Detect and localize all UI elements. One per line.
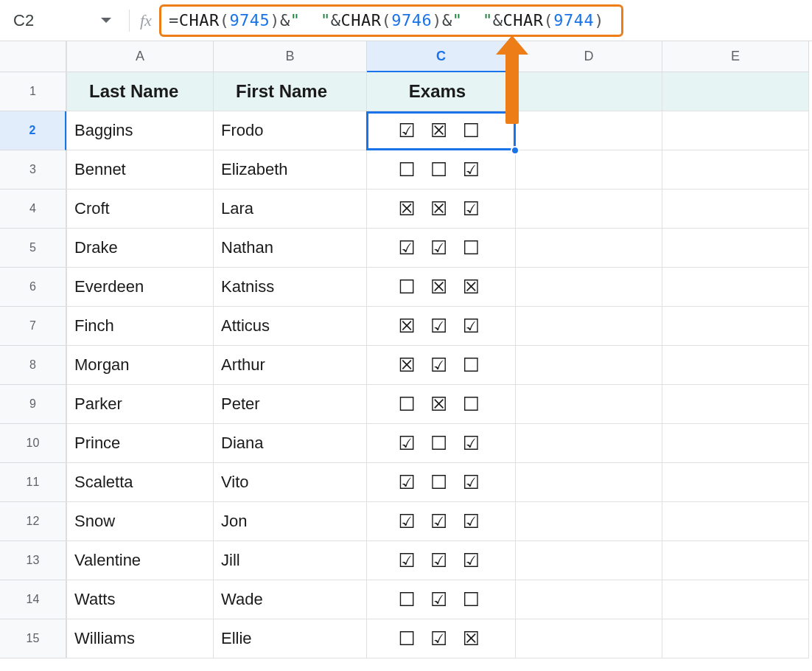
cell-b15[interactable]: Ellie	[214, 619, 367, 658]
header-exams[interactable]: Exams	[367, 72, 516, 111]
cell-c15[interactable]: ☐ ☑ ☒	[367, 619, 516, 658]
cell-a4[interactable]: Croft	[66, 190, 214, 229]
row-head-3[interactable]: 3	[0, 150, 66, 190]
cell-c7[interactable]: ☒ ☑ ☑	[367, 307, 516, 346]
row-head-15[interactable]: 15	[0, 619, 66, 658]
cell-c13[interactable]: ☑ ☑ ☑	[367, 541, 516, 580]
cell-d5[interactable]	[516, 229, 662, 268]
cell-c6[interactable]: ☐ ☒ ☒	[367, 268, 516, 307]
cell-e7[interactable]	[662, 307, 809, 346]
cell-d10[interactable]	[516, 424, 662, 463]
row-head-1[interactable]: 1	[0, 72, 66, 111]
cell-e5[interactable]	[662, 229, 809, 268]
row-head-2[interactable]: 2	[0, 111, 66, 150]
cell-b12[interactable]: Jon	[214, 502, 367, 541]
cell-a3[interactable]: Bennet	[66, 150, 214, 190]
row-head-5[interactable]: 5	[0, 229, 66, 268]
cell-a12[interactable]: Snow	[66, 502, 214, 541]
cell-a8[interactable]: Morgan	[66, 346, 214, 385]
cell-d1[interactable]	[516, 72, 662, 111]
cell-e13[interactable]	[662, 541, 809, 580]
cell-d14[interactable]	[516, 580, 662, 619]
cell-a9[interactable]: Parker	[66, 385, 214, 424]
cell-c5[interactable]: ☑ ☑ ☐	[367, 229, 516, 268]
cell-a6[interactable]: Everdeen	[66, 268, 214, 307]
cell-c11[interactable]: ☑ ☐ ☑	[367, 463, 516, 502]
row-head-13[interactable]: 13	[0, 541, 66, 580]
cell-d8[interactable]	[516, 346, 662, 385]
row-head-10[interactable]: 10	[0, 424, 66, 463]
row-head-11[interactable]: 11	[0, 463, 66, 502]
row-head-8[interactable]: 8	[0, 346, 66, 385]
cell-b4[interactable]: Lara	[214, 190, 367, 229]
cell-e8[interactable]	[662, 346, 809, 385]
cell-c3[interactable]: ☐ ☐ ☑	[367, 150, 516, 190]
cell-a2[interactable]: Baggins	[66, 111, 214, 150]
cell-c2[interactable]: ☑ ☒ ☐	[367, 111, 516, 150]
row-head-9[interactable]: 9	[0, 385, 66, 424]
formula-bar[interactable]: =CHAR(9745)&" "&CHAR(9746)&" "&CHAR(9744…	[159, 4, 623, 37]
col-head-e[interactable]: E	[662, 41, 809, 72]
cell-e3[interactable]	[662, 150, 809, 190]
cell-d15[interactable]	[516, 619, 662, 658]
cell-b2[interactable]: Frodo	[214, 111, 367, 150]
cell-d2[interactable]	[516, 111, 662, 150]
col-head-d[interactable]: D	[516, 41, 662, 72]
cell-a11[interactable]: Scaletta	[66, 463, 214, 502]
cell-d9[interactable]	[516, 385, 662, 424]
col-head-c[interactable]: C	[367, 41, 516, 72]
cell-b14[interactable]: Wade	[214, 580, 367, 619]
cell-a5[interactable]: Drake	[66, 229, 214, 268]
header-last-name[interactable]: Last Name	[66, 72, 214, 111]
cell-c8[interactable]: ☒ ☑ ☐	[367, 346, 516, 385]
header-first-name[interactable]: First Name	[214, 72, 367, 111]
cell-d13[interactable]	[516, 541, 662, 580]
cell-b7[interactable]: Atticus	[214, 307, 367, 346]
cell-a13[interactable]: Valentine	[66, 541, 214, 580]
cell-a15[interactable]: Williams	[66, 619, 214, 658]
cell-a10[interactable]: Prince	[66, 424, 214, 463]
name-box[interactable]: C2	[0, 6, 122, 35]
cell-b13[interactable]: Jill	[214, 541, 367, 580]
row-head-6[interactable]: 6	[0, 268, 66, 307]
cell-c4[interactable]: ☒ ☒ ☑	[367, 190, 516, 229]
col-head-b[interactable]: B	[214, 41, 367, 72]
select-all-corner[interactable]	[0, 41, 66, 72]
cell-b9[interactable]: Peter	[214, 385, 367, 424]
cell-d12[interactable]	[516, 502, 662, 541]
cell-e6[interactable]	[662, 268, 809, 307]
cell-c9[interactable]: ☐ ☒ ☐	[367, 385, 516, 424]
cell-b3[interactable]: Elizabeth	[214, 150, 367, 190]
cell-a14[interactable]: Watts	[66, 580, 214, 619]
row-head-7[interactable]: 7	[0, 307, 66, 346]
cell-b6[interactable]: Katniss	[214, 268, 367, 307]
cell-d4[interactable]	[516, 190, 662, 229]
cell-e4[interactable]	[662, 190, 809, 229]
cell-a7[interactable]: Finch	[66, 307, 214, 346]
cell-c14[interactable]: ☐ ☑ ☐	[367, 580, 516, 619]
cell-b5[interactable]: Nathan	[214, 229, 367, 268]
cell-d7[interactable]	[516, 307, 662, 346]
cell-e1[interactable]	[662, 72, 809, 111]
cell-e12[interactable]	[662, 502, 809, 541]
cell-e15[interactable]	[662, 619, 809, 658]
col-head-a[interactable]: A	[66, 41, 214, 72]
cell-e14[interactable]	[662, 580, 809, 619]
cell-e11[interactable]	[662, 463, 809, 502]
spreadsheet-grid[interactable]: A B C D E 1 Last Name First Name Exams 2…	[0, 41, 812, 658]
row-head-4[interactable]: 4	[0, 190, 66, 229]
cell-d11[interactable]	[516, 463, 662, 502]
fill-handle-icon[interactable]	[511, 146, 519, 155]
cell-c12[interactable]: ☑ ☑ ☑	[367, 502, 516, 541]
cell-b8[interactable]: Arthur	[214, 346, 367, 385]
cell-b11[interactable]: Vito	[214, 463, 367, 502]
cell-e9[interactable]	[662, 385, 809, 424]
cell-d3[interactable]	[516, 150, 662, 190]
cell-d6[interactable]	[516, 268, 662, 307]
row-head-14[interactable]: 14	[0, 580, 66, 619]
cell-b10[interactable]: Diana	[214, 424, 367, 463]
cell-c10[interactable]: ☑ ☐ ☑	[367, 424, 516, 463]
row-head-12[interactable]: 12	[0, 502, 66, 541]
cell-e10[interactable]	[662, 424, 809, 463]
cell-e2[interactable]	[662, 111, 809, 150]
